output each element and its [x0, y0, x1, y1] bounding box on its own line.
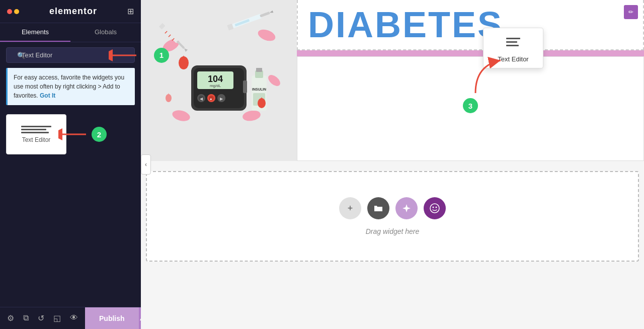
search-area: 🔍 1 — [0, 42, 141, 68]
svg-rect-34 — [243, 80, 247, 93]
annotation-3-group: 3 — [463, 98, 478, 113]
hint-text: For easy access, favorite the widgets yo… — [14, 74, 124, 99]
traffic-light-red[interactable] — [7, 9, 12, 14]
canvas-top: 104 mg/dL ◀ ● ▶ INSULIN — [141, 0, 644, 161]
layers-icon[interactable]: ⧉ — [23, 313, 29, 323]
add-widget-button[interactable]: + — [339, 197, 361, 219]
drop-zone-label: Drag widget here — [366, 227, 420, 235]
svg-text:◀: ◀ — [200, 97, 203, 101]
svg-rect-37 — [256, 68, 262, 72]
app-logo: elementor — [49, 6, 97, 17]
text-editor-widget-card[interactable]: Text Editor — [6, 114, 66, 154]
search-row: 🔍 1 — [6, 47, 135, 63]
diabetes-image-section: 104 mg/dL ◀ ● ▶ INSULIN — [141, 0, 297, 156]
svg-point-50 — [430, 204, 439, 213]
svg-rect-46 — [506, 38, 520, 39]
left-panel: elementor ⊞ Elements Globals 🔍 — [0, 0, 141, 329]
annotation-badge-3: 3 — [463, 98, 478, 113]
arrow-2-svg — [58, 128, 89, 140]
arrow-1-svg — [109, 49, 139, 61]
svg-point-7 — [171, 109, 191, 123]
widget-card-label: Text Editor — [22, 136, 51, 143]
emoji-button[interactable] — [424, 197, 446, 219]
drop-zone-icons: + — [339, 197, 446, 219]
widget-icon — [21, 126, 51, 133]
settings-icon[interactable]: ⚙ — [7, 313, 14, 323]
grid-icon[interactable]: ⊞ — [127, 7, 134, 16]
ai-button[interactable] — [395, 197, 418, 219]
svg-rect-47 — [506, 41, 517, 43]
svg-text:104: 104 — [208, 74, 223, 84]
traffic-light-yellow[interactable] — [14, 9, 19, 14]
diabetes-illustration: 104 mg/dL ◀ ● ▶ INSULIN — [151, 10, 287, 146]
hint-box: For easy access, favorite the widgets yo… — [6, 68, 135, 105]
canvas-title: DIABETES — [308, 7, 503, 43]
svg-rect-48 — [506, 45, 519, 46]
hint-link[interactable]: Got It — [40, 92, 55, 99]
svg-text:▶: ▶ — [220, 97, 223, 101]
history-icon[interactable]: ↺ — [38, 313, 44, 323]
arrow-3-svg — [470, 55, 511, 96]
canvas-title-section: DIABETES ✏ — [297, 0, 644, 50]
publish-button[interactable]: Publish — [85, 307, 139, 330]
tooltip-icon — [504, 33, 522, 51]
bottom-bar: ⚙ ⧉ ↺ ◱ 👁 Publish ▲ — [0, 307, 141, 329]
tab-globals[interactable]: Globals — [70, 23, 141, 42]
svg-text:mg/dL: mg/dL — [210, 84, 221, 88]
svg-point-6 — [242, 109, 262, 122]
svg-point-5 — [257, 27, 277, 43]
drop-zone: + — [146, 171, 639, 262]
annotation-badge-2: 2 — [92, 127, 107, 142]
traffic-lights — [7, 9, 19, 14]
svg-text:●: ● — [210, 97, 212, 101]
edit-icon-button[interactable]: ✏ — [624, 5, 638, 19]
annotation-badge-1: 1 — [154, 48, 169, 63]
widgets-area: Text Editor 2 — [0, 110, 141, 307]
responsive-icon[interactable]: ◱ — [53, 313, 61, 323]
svg-point-52 — [436, 207, 437, 208]
svg-point-51 — [433, 207, 434, 208]
svg-text:INSULIN: INSULIN — [252, 88, 266, 91]
svg-rect-17 — [260, 12, 270, 18]
eye-icon[interactable]: 👁 — [70, 313, 78, 323]
svg-point-8 — [266, 73, 282, 88]
panel-tabs: Elements Globals — [0, 23, 141, 42]
collapse-panel-button[interactable]: ‹ — [141, 154, 151, 175]
add-template-button[interactable] — [367, 197, 389, 219]
search-icon: 🔍 — [17, 51, 25, 59]
bottom-icons: ⚙ ⧉ ↺ ◱ 👁 — [0, 313, 85, 323]
main-canvas: ‹ — [141, 0, 644, 329]
header-left — [7, 9, 19, 14]
panel-header: elementor ⊞ — [0, 0, 141, 23]
tab-elements[interactable]: Elements — [0, 23, 70, 42]
canvas-lower: + — [141, 161, 644, 329]
